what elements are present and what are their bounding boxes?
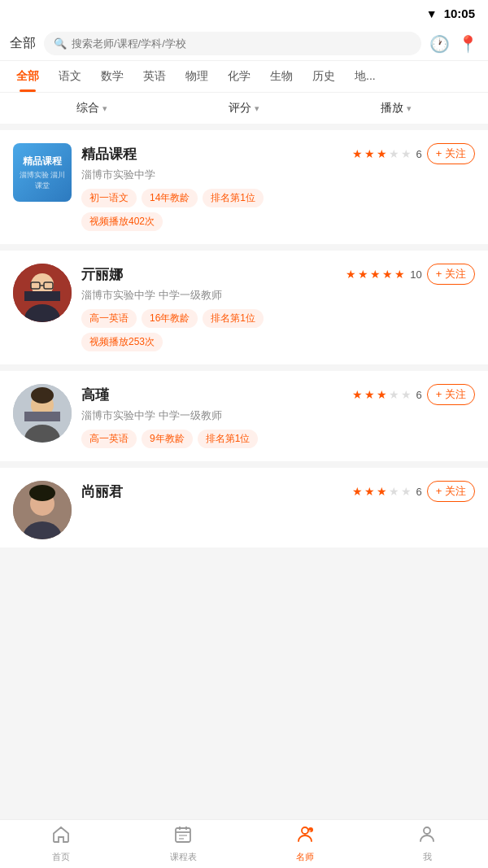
stars-1: ★ ★ ★ ★ ★ <box>352 147 412 160</box>
star-3-5: ★ <box>401 388 412 401</box>
card-title-row-3: 高瑾 ★ ★ ★ ★ ★ 6 + 关注 <box>81 384 475 405</box>
avatar-qilina-svg <box>13 264 72 322</box>
card-gaojin: 高瑾 ★ ★ ★ ★ ★ 6 + 关注 淄博市实验中学 中学一级教师 <box>0 371 488 461</box>
follow-btn-4[interactable]: + 关注 <box>427 481 475 502</box>
category-tab-math[interactable]: 数学 <box>91 61 133 92</box>
nav-item-schedule[interactable]: 课程表 <box>122 820 244 868</box>
category-tab-biology[interactable]: 生物 <box>260 61 303 92</box>
chevron-down-icon-2: ▾ <box>255 103 259 114</box>
location-icon[interactable]: 📍 <box>458 34 478 54</box>
chevron-down-icon-1: ▾ <box>102 103 107 114</box>
bottom-nav: 首页 课程表 + 名师 <box>0 819 488 868</box>
tag-1-1: 初一语文 <box>81 189 137 207</box>
nav-item-me[interactable]: 我 <box>366 820 488 868</box>
card-subtitle-3: 淄博市实验中学 中学一级教师 <box>81 408 475 423</box>
tag-2-4: 视频播放253次 <box>81 333 163 351</box>
follow-btn-2[interactable]: + 关注 <box>427 264 475 285</box>
card-rating-follow-4: ★ ★ ★ ★ ★ 6 + 关注 <box>352 481 475 502</box>
filter-rating[interactable]: 评分 ▾ <box>168 101 320 116</box>
card-content-4: 尚丽君 ★ ★ ★ ★ ★ 6 + 关注 <box>81 481 475 539</box>
category-tab-english[interactable]: 英语 <box>133 61 176 92</box>
nav-item-teacher[interactable]: + 名师 <box>244 820 366 868</box>
top-nav: 全部 🔍 🕐 📍 <box>0 27 488 61</box>
star-1-4: ★ <box>389 147 399 160</box>
star-3-1: ★ <box>352 388 363 401</box>
tags-1: 初一语文 14年教龄 排名第1位 <box>81 189 475 207</box>
star-1-2: ★ <box>364 147 375 160</box>
star-4-2: ★ <box>364 485 375 498</box>
star-4-1: ★ <box>352 485 363 498</box>
category-tab-chinese[interactable]: 语文 <box>49 61 91 92</box>
follow-btn-3[interactable]: + 关注 <box>427 384 475 405</box>
card-content-3: 高瑾 ★ ★ ★ ★ ★ 6 + 关注 淄博市实验中学 中学一级教师 <box>81 384 475 448</box>
wifi-icon: ▼ <box>426 7 438 20</box>
avatar-qilina <box>13 264 72 322</box>
tag-3-2: 9年教龄 <box>142 430 193 448</box>
category-tab-chemistry[interactable]: 化学 <box>218 61 260 92</box>
card-title-1: 精品课程 <box>81 145 137 164</box>
star-4-3: ★ <box>377 485 387 498</box>
card-title-3: 高瑾 <box>81 386 109 404</box>
card-title-row-1: 精品课程 ★ ★ ★ ★ ★ 6 + 关注 <box>81 143 475 164</box>
tags-2: 高一英语 16年教龄 排名第1位 <box>81 309 475 328</box>
category-tab-all[interactable]: 全部 <box>7 61 49 92</box>
course-avatar: 精品课程 淄博实验 淄川课堂 <box>13 143 72 202</box>
category-tab-history[interactable]: 历史 <box>303 61 345 92</box>
search-input[interactable] <box>72 37 412 50</box>
nav-label-me: 我 <box>423 851 432 863</box>
teacher-icon: + <box>295 825 315 849</box>
status-time: 10:05 <box>444 7 475 20</box>
card-title-row-2: 亓丽娜 ★ ★ ★ ★ ★ 10 + 关注 <box>81 264 475 285</box>
rating-count-4: 6 <box>416 486 422 498</box>
card-shanglijun: 尚丽君 ★ ★ ★ ★ ★ 6 + 关注 <box>0 468 488 547</box>
status-bar: ▼ 10:05 <box>0 0 488 27</box>
search-bar[interactable]: 🔍 <box>44 32 421 55</box>
card-qilina: 亓丽娜 ★ ★ ★ ★ ★ 10 + 关注 淄博市实验中学 中学一级教师 <box>0 251 488 364</box>
tag-3-1: 高一英语 <box>81 430 137 448</box>
top-nav-icons: 🕐 📍 <box>429 34 478 54</box>
filter-plays[interactable]: 播放 ▾ <box>320 101 472 116</box>
card-rating-follow-3: ★ ★ ★ ★ ★ 6 + 关注 <box>352 384 475 405</box>
star-4-5: ★ <box>401 485 412 498</box>
filter-rating-label: 评分 <box>229 101 251 116</box>
star-2-5: ★ <box>394 268 405 281</box>
category-tab-physics[interactable]: 物理 <box>176 61 218 92</box>
svg-text:+: + <box>309 828 312 833</box>
card-jingpin: 精品课程 淄博实验 淄川课堂 精品课程 ★ ★ ★ ★ ★ 6 <box>0 130 488 244</box>
star-3-3: ★ <box>377 388 387 401</box>
home-icon <box>51 825 71 849</box>
avatar-shanglijun-svg <box>13 481 72 539</box>
filter-plays-label: 播放 <box>381 101 403 116</box>
card-subtitle-2: 淄博市实验中学 中学一级教师 <box>81 288 475 303</box>
category-tab-geo[interactable]: 地... <box>345 61 386 92</box>
star-2-1: ★ <box>346 268 356 281</box>
card-title-4: 尚丽君 <box>81 482 123 501</box>
card-title-row-4: 尚丽君 ★ ★ ★ ★ ★ 6 + 关注 <box>81 481 475 502</box>
rating-count-1: 6 <box>416 148 422 160</box>
svg-point-11 <box>31 387 54 403</box>
filter-comprehensive[interactable]: 综合 ▾ <box>16 101 168 116</box>
card-title-2: 亓丽娜 <box>81 265 123 284</box>
card-content-2: 亓丽娜 ★ ★ ★ ★ ★ 10 + 关注 淄博市实验中学 中学一级教师 <box>81 264 475 351</box>
schedule-icon <box>173 825 193 849</box>
nav-item-home[interactable]: 首页 <box>0 820 122 868</box>
search-icon: 🔍 <box>54 37 67 50</box>
star-2-3: ★ <box>370 268 381 281</box>
history-icon[interactable]: 🕐 <box>429 34 450 54</box>
nav-label-home: 首页 <box>52 851 70 863</box>
card-content-1: 精品课程 ★ ★ ★ ★ ★ 6 + 关注 淄博市实验中学 <box>81 143 475 231</box>
course-avatar-title: 精品课程 <box>23 155 62 168</box>
nav-label-schedule: 课程表 <box>170 851 197 863</box>
tag-1-3: 排名第1位 <box>203 189 264 207</box>
filter-row: 综合 ▾ 评分 ▾ 播放 ▾ <box>0 93 488 124</box>
stars-2: ★ ★ ★ ★ ★ <box>346 268 405 281</box>
tags-2b: 视频播放253次 <box>81 333 475 351</box>
card-rating-follow-1: ★ ★ ★ ★ ★ 6 + 关注 <box>352 143 475 164</box>
card-subtitle-1: 淄博市实验中学 <box>81 168 475 182</box>
star-2-4: ★ <box>382 268 393 281</box>
star-1-3: ★ <box>377 147 387 160</box>
tag-2-3: 排名第1位 <box>203 309 264 328</box>
follow-btn-1[interactable]: + 关注 <box>427 143 475 164</box>
svg-rect-3 <box>24 291 60 301</box>
star-1-5: ★ <box>401 147 412 160</box>
